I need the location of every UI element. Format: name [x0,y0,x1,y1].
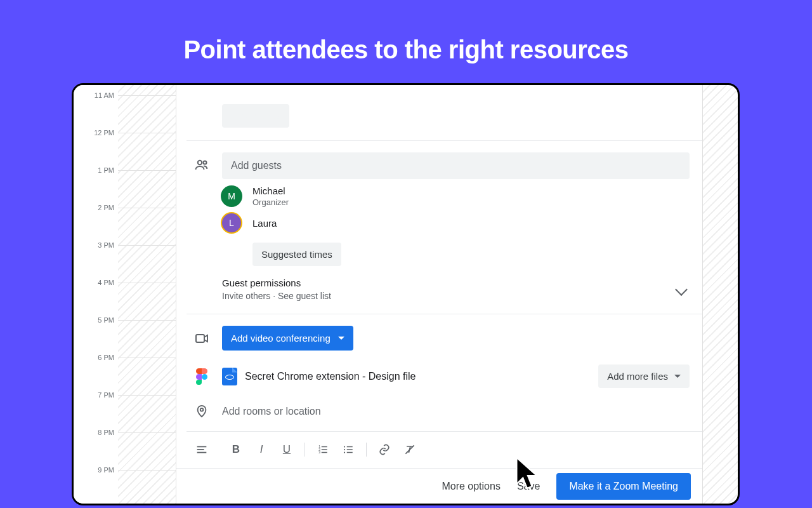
add-video-conferencing-button[interactable]: Add video conferencing [222,326,353,351]
time-label: 7 PM [74,391,114,399]
numbered-list-button[interactable]: 1 2 3 [311,438,334,461]
attachment-title[interactable]: Secret Chrome extension - Design file [245,371,416,382]
caret-down-icon [338,337,344,340]
guest-permissions-title: Guest permissions [222,277,677,288]
time-label: 11 AM [74,91,114,99]
save-button[interactable]: Save [517,481,540,492]
clear-formatting-button[interactable] [398,438,421,461]
add-guests-input[interactable]: Add guests [222,152,690,179]
svg-point-18 [344,451,345,453]
svg-point-16 [344,446,345,447]
time-label: 4 PM [74,279,114,286]
time-label: 6 PM [74,354,114,361]
italic-button[interactable]: I [250,438,273,461]
time-label: 12 PM [74,129,114,137]
guest-row[interactable]: LLaura [222,213,690,232]
find-a-time-button[interactable]: Find a time [222,104,289,128]
day-timeline: 11 AM12 PM1 PM2 PM3 PM4 PM5 PM6 PM7 PM8 … [74,85,176,504]
bottom-action-bar: More options Save Make it a Zoom Meeting [176,468,702,504]
more-options-button[interactable]: More options [442,481,501,492]
time-label: 3 PM [74,241,114,249]
guest-name: Laura [252,218,277,229]
figma-icon [193,368,211,385]
guest-row[interactable]: MMichaelOrganizer [222,185,690,207]
toolbar-separator [304,443,305,457]
bold-button[interactable]: B [225,438,247,461]
suggested-times-button[interactable]: Suggested times [252,243,341,266]
location-input[interactable]: Add rooms or location [222,401,690,422]
make-zoom-meeting-button[interactable]: Make it a Zoom Meeting [556,473,691,500]
page-headline: Point attendees to the right resources [0,0,812,64]
time-label: 9 PM [74,466,114,474]
right-gutter [702,85,738,504]
add-more-files-label: Add more files [607,371,668,382]
add-more-files-button[interactable]: Add more files [598,364,690,388]
time-label: 8 PM [74,429,114,436]
calendar-window: 11 AM12 PM1 PM2 PM3 PM4 PM5 PM6 PM7 PM8 … [72,83,740,505]
bulleted-list-button[interactable] [337,438,360,461]
location-pin-icon [193,403,211,420]
description-toolbar: B I U 1 2 3 [187,431,702,467]
event-edit-panel: Find a time Add guests MMichaelOrganizer… [176,85,702,504]
svg-point-0 [198,161,202,164]
caret-down-icon [674,375,681,378]
design-file-icon [222,368,237,385]
notes-icon [193,441,211,458]
chevron-down-icon[interactable] [677,285,686,294]
svg-point-17 [344,449,345,450]
svg-text:3: 3 [318,450,320,454]
add-video-conferencing-label: Add video conferencing [231,333,331,344]
svg-point-1 [204,161,207,164]
underline-button[interactable]: U [275,438,298,461]
link-button[interactable] [373,438,396,461]
video-icon [193,330,211,347]
people-icon [193,156,211,174]
time-label: 10 PM [74,504,114,505]
avatar: L [222,213,241,232]
svg-point-3 [200,408,204,411]
time-label: 1 PM [74,166,114,174]
svg-rect-2 [196,335,204,342]
time-label: 5 PM [74,316,114,324]
toolbar-separator [366,443,367,457]
guest-permissions-sub: Invite others · See guest list [222,291,677,301]
guest-name: Michael [252,185,289,196]
guest-role: Organizer [252,197,289,207]
avatar: M [222,187,241,206]
time-label: 2 PM [74,204,114,211]
